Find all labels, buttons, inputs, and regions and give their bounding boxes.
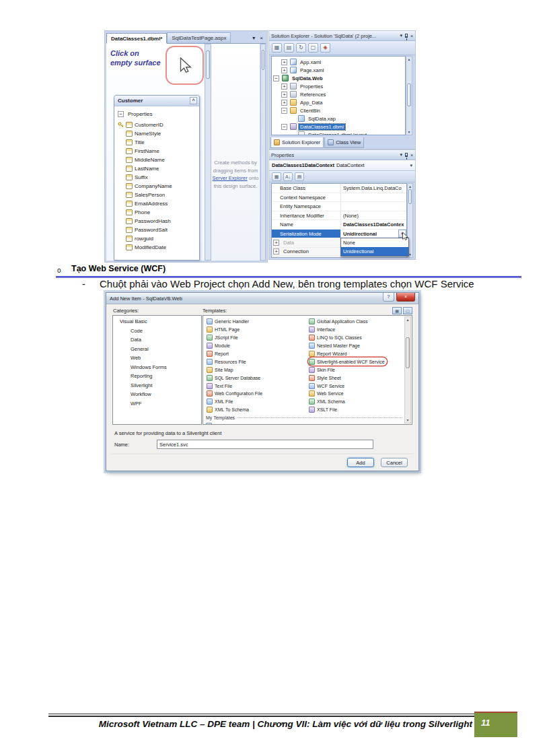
- option-unidirectional[interactable]: Unidirectional: [341, 247, 408, 256]
- expander-icon[interactable]: −: [281, 124, 287, 130]
- scroll-down-icon[interactable]: ▼: [405, 418, 410, 422]
- field-suffix[interactable]: Suffix: [114, 173, 199, 182]
- field-passwordsalt[interactable]: PasswordSalt: [114, 226, 199, 234]
- template-generic-handler[interactable]: Generic Handler: [206, 318, 251, 326]
- expander-icon[interactable]: +: [281, 83, 287, 90]
- small-icons-view-icon[interactable]: ▦: [392, 307, 402, 314]
- category-visual-basic[interactable]: Visual Basic: [113, 318, 201, 327]
- tree-item-app-data[interactable]: +App_Data: [272, 98, 405, 106]
- template-sql-server-database[interactable]: SQL Server Database: [206, 374, 262, 382]
- scroll-up-icon[interactable]: ▲: [408, 184, 412, 188]
- field-customerid[interactable]: CustomerID: [114, 121, 199, 129]
- template-web-service[interactable]: Web Service: [308, 390, 346, 398]
- tree-item-references[interactable]: +References: [272, 90, 405, 98]
- template-module[interactable]: Module: [206, 342, 232, 350]
- tree-item-sqldata-web[interactable]: −SqlData.Web: [272, 74, 405, 82]
- category-general[interactable]: General: [113, 345, 201, 355]
- tree-item-clientbin[interactable]: −ClientBin: [272, 106, 405, 114]
- tree-item-sqldata-xap[interactable]: SqlData.xap: [272, 114, 405, 123]
- template-interface[interactable]: Interface: [308, 326, 337, 334]
- expander-icon[interactable]: +: [273, 248, 279, 254]
- view-designer-icon[interactable]: ▢: [308, 43, 318, 53]
- template-site-map[interactable]: Site Map: [206, 366, 235, 374]
- auto-hide-pin-icon[interactable]: [405, 153, 408, 157]
- window-position-icon[interactable]: ▾: [400, 152, 402, 158]
- show-all-files-icon[interactable]: ▤: [284, 43, 294, 53]
- category-workflow[interactable]: Workflow: [113, 390, 201, 400]
- chevron-down-icon[interactable]: ▾: [410, 163, 412, 168]
- template-skin-file[interactable]: Skin File: [308, 366, 337, 374]
- customer-entity-panel[interactable]: Customer ^ − Properties CustomerIDNameSt…: [114, 95, 200, 261]
- scrollbar-thumb[interactable]: [206, 50, 210, 79]
- entity-section-header[interactable]: − Properties: [118, 111, 199, 117]
- scrollbar-thumb[interactable]: [408, 189, 412, 204]
- category-windows-forms[interactable]: Windows Forms: [113, 364, 201, 373]
- properties-icon[interactable]: ▦: [272, 43, 282, 53]
- field-middlename[interactable]: MiddleName: [114, 156, 199, 164]
- tree-item-app-xaml[interactable]: +App.xaml: [272, 58, 405, 66]
- auto-hide-pin-icon[interactable]: [405, 34, 408, 38]
- tab-dataclasses1-dbml[interactable]: DataClasses1.dbml*: [106, 33, 167, 44]
- template-html-page[interactable]: HTML Page: [206, 326, 242, 334]
- template-report-wizard[interactable]: Report Wizard: [308, 350, 349, 358]
- alphabetical-icon[interactable]: A↓: [283, 172, 293, 181]
- tree-item-dataclasses1-dbml[interactable]: −DataClasses1.dbml: [272, 123, 405, 131]
- cancel-button[interactable]: Cancel: [381, 458, 408, 467]
- field-title[interactable]: Title: [114, 138, 199, 147]
- scroll-up-icon[interactable]: ▲: [405, 318, 410, 322]
- field-namestyle[interactable]: NameStyle: [114, 129, 199, 138]
- property-entity-namespace[interactable]: Entity Namespace: [272, 202, 406, 211]
- property-pages-icon[interactable]: ▤: [295, 172, 304, 181]
- field-modifieddate[interactable]: ModifiedDate: [114, 243, 199, 252]
- category-code[interactable]: Code: [113, 327, 201, 337]
- expander-icon[interactable]: +: [281, 92, 287, 98]
- field-emailaddress[interactable]: EmailAddress: [114, 199, 199, 208]
- search-online-templates-item[interactable]: Search Online Templates...: [206, 423, 270, 425]
- property-context-namespace[interactable]: Context Namespace: [272, 193, 406, 203]
- object-selector[interactable]: DataClasses1DataContext DataContext ▾: [269, 160, 415, 171]
- expander-icon[interactable]: +: [281, 67, 287, 73]
- template-linq-to-sql-classes[interactable]: LINQ to SQL Classes: [308, 334, 364, 342]
- close-button[interactable]: ×: [396, 293, 415, 302]
- server-explorer-link[interactable]: Server Explorer: [213, 175, 248, 181]
- class-diagram-icon[interactable]: ◈: [320, 43, 330, 53]
- template-text-file[interactable]: Text File: [206, 382, 234, 390]
- template-xml-file[interactable]: XML File: [206, 398, 235, 406]
- designer-surface[interactable]: Click on empty surface Customer ^ − Prop…: [106, 44, 205, 261]
- scrollbar-thumb[interactable]: [407, 83, 411, 106]
- template-wcf-service[interactable]: WCF Service: [308, 382, 346, 390]
- scroll-up-icon[interactable]: ▲: [406, 57, 412, 61]
- expander-icon[interactable]: +: [281, 59, 287, 65]
- tab-class-view[interactable]: Class View: [324, 137, 364, 148]
- collapse-expander-icon[interactable]: −: [118, 111, 124, 117]
- template-resources-file[interactable]: Resources File: [206, 357, 248, 366]
- template-silverlight-enabled-wcf-service[interactable]: Silverlight-enabled WCF Service: [308, 357, 387, 366]
- template-report[interactable]: Report: [206, 350, 231, 358]
- field-companyname[interactable]: CompanyName: [114, 182, 199, 191]
- designer-scrollbar[interactable]: [205, 44, 211, 261]
- methods-pane-scrollbar[interactable]: [260, 44, 266, 261]
- template-style-sheet[interactable]: Style Sheet: [308, 374, 343, 382]
- template-web-configuration-file[interactable]: Web Configuration File: [206, 390, 264, 398]
- option-none[interactable]: None: [341, 238, 408, 247]
- category-reporting[interactable]: Reporting: [113, 372, 201, 382]
- field-rowguid[interactable]: rowguid: [114, 234, 199, 243]
- scrollbar-thumb[interactable]: [262, 50, 264, 70]
- template-nested-master-page[interactable]: Nested Master Page: [308, 342, 362, 350]
- tree-item-properties[interactable]: +Properties: [272, 82, 405, 90]
- name-input[interactable]: [157, 440, 373, 449]
- tab-sqldatatestpage-aspx[interactable]: SqlDataTestPage.aspx: [167, 32, 231, 43]
- expander-icon[interactable]: +: [273, 240, 279, 246]
- template-xml-schema[interactable]: XML Schema: [308, 398, 347, 406]
- tree-item-page-xaml[interactable]: +Page.xaml: [272, 66, 405, 74]
- template-global-application-class[interactable]: Global Application Class: [308, 318, 370, 326]
- help-button[interactable]: ?: [383, 293, 394, 302]
- entity-header[interactable]: Customer ^: [114, 96, 199, 106]
- window-position-icon[interactable]: ▾: [400, 33, 402, 38]
- close-icon[interactable]: ×: [410, 34, 413, 38]
- scrollbar-thumb[interactable]: [406, 337, 410, 368]
- template-xml-to-schema[interactable]: XML To Schema: [206, 406, 251, 414]
- tree-item-dataclasses1-dbml-layout[interactable]: DataClasses1.dbml.layout: [272, 131, 405, 135]
- category-wpf[interactable]: WPF: [113, 400, 201, 409]
- field-firstname[interactable]: FirstName: [114, 147, 199, 156]
